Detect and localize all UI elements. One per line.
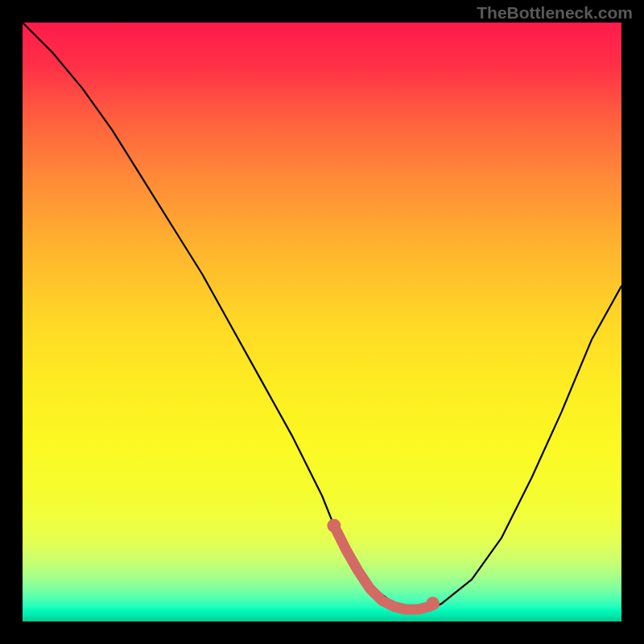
curve-highlight	[334, 526, 430, 609]
series-layer	[23, 23, 621, 610]
plot-area	[23, 23, 621, 621]
chart-container: TheBottleneck.com	[0, 0, 644, 644]
watermark-text: TheBottleneck.com	[477, 3, 633, 23]
chart-svg	[23, 23, 621, 621]
highlight-dot-0	[327, 518, 341, 532]
curve-main	[23, 23, 621, 609]
highlight-dot-1	[426, 597, 440, 610]
